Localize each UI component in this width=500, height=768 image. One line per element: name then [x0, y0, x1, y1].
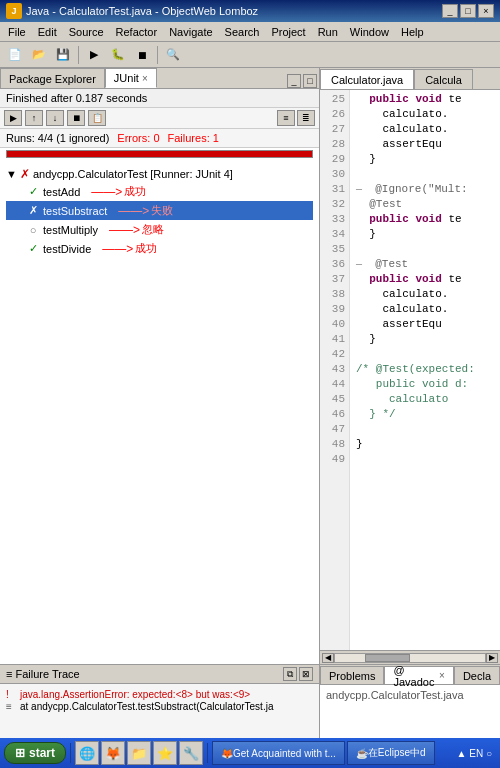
test-case-substract[interactable]: ✗ testSubstract ——> 失败	[6, 201, 313, 220]
menu-project[interactable]: Project	[265, 24, 311, 40]
menu-edit[interactable]: Edit	[32, 24, 63, 40]
junit-next-failure-btn[interactable]: ↓	[46, 110, 64, 126]
taskbar-ie-icon[interactable]: 🌐	[75, 741, 99, 765]
taskbar-extra-icon[interactable]: 🔧	[179, 741, 203, 765]
maximize-button[interactable]: □	[460, 4, 476, 18]
tab-javadoc[interactable]: @ Javadoc ×	[384, 666, 453, 684]
failures-value: 1	[213, 132, 219, 144]
scroll-thumb[interactable]	[365, 654, 410, 662]
menu-navigate[interactable]: Navigate	[163, 24, 218, 40]
taskbar-star-icon[interactable]: ⭐	[153, 741, 177, 765]
fail-icon-substract: ✗	[26, 204, 40, 218]
suite-name: andycpp.CalculatorTest [Runner: JUnit 4]	[33, 168, 233, 180]
declarations-label: Decla	[463, 670, 491, 682]
trace-btn-1[interactable]: ⧉	[283, 667, 297, 681]
tab-junit[interactable]: JUnit ×	[105, 68, 157, 88]
code-30	[356, 167, 494, 182]
code-41: }	[356, 332, 494, 347]
right-panel: Calculator.java Calcula 25 26 27 28 29 3…	[320, 68, 500, 744]
test-case-divide[interactable]: ✓ testDivide ——> 成功	[6, 239, 313, 258]
minimize-button[interactable]: _	[442, 4, 458, 18]
scroll-left-btn[interactable]: ◀	[322, 653, 334, 663]
code-content[interactable]: public void te calculato. calculato. ass…	[350, 90, 500, 650]
taskbar-firefox-icon[interactable]: 🦊	[101, 741, 125, 765]
junit-collapse-btn[interactable]: ≡	[277, 110, 295, 126]
code-38: calculato.	[356, 287, 494, 302]
package-explorer-label: Package Explorer	[9, 73, 96, 85]
code-36: — @Test	[356, 257, 494, 272]
ln-35: 35	[324, 242, 345, 257]
tab-problems[interactable]: Problems	[320, 666, 384, 684]
junit-rerun-btn[interactable]: ▶	[4, 110, 22, 126]
menu-refactor[interactable]: Refactor	[110, 24, 164, 40]
test-case-add[interactable]: ✓ testAdd ——> 成功	[6, 182, 313, 201]
test-suite-header[interactable]: ▼ ✗ andycpp.CalculatorTest [Runner: JUni…	[6, 166, 313, 182]
toolbar-search[interactable]: 🔍	[162, 45, 184, 65]
taskbar-folder-icon[interactable]: 📁	[127, 741, 151, 765]
ln-33: 33	[324, 212, 345, 227]
panel-minimize-btn[interactable]: _	[287, 74, 301, 88]
junit-tab-close[interactable]: ×	[142, 73, 148, 84]
tab-declarations[interactable]: Decla	[454, 666, 500, 684]
taskbar-separator	[70, 743, 71, 763]
menu-window[interactable]: Window	[344, 24, 395, 40]
substract-result: ——> 失败	[118, 203, 173, 218]
editor-tab-calculator[interactable]: Calculator.java	[320, 69, 414, 89]
junit-status: Finished after 0.187 seconds	[6, 92, 147, 104]
ln-25: 25	[324, 92, 345, 107]
ln-45: 45	[324, 392, 345, 407]
ln-46: 46	[324, 407, 345, 422]
test-suite: ▼ ✗ andycpp.CalculatorTest [Runner: JUni…	[0, 164, 319, 260]
ln-29: 29	[324, 152, 345, 167]
junit-expand-btn[interactable]: ≣	[297, 110, 315, 126]
runs-label: Runs: 4/4 (1 ignored)	[6, 132, 109, 144]
editor-tab-calcula[interactable]: Calcula	[414, 69, 473, 89]
bottom-tabs: Problems @ Javadoc × Decla	[320, 665, 500, 685]
toolbar-stop[interactable]: ⏹	[131, 45, 153, 65]
multiply-label: 忽略	[142, 222, 164, 237]
javadoc-close[interactable]: ×	[439, 670, 445, 681]
trace-btn-2[interactable]: ⊠	[299, 667, 313, 681]
scroll-right-btn[interactable]: ▶	[486, 653, 498, 663]
test-case-multiply[interactable]: ○ testMultiply ——> 忽略	[6, 220, 313, 239]
javadoc-content: andycpp.CalculatorTest.java	[326, 689, 464, 701]
junit-panel: Finished after 0.187 seconds ▶ ↑ ↓ ⏹ 📋 ≡…	[0, 89, 319, 744]
menu-run[interactable]: Run	[312, 24, 344, 40]
ln-36: 36	[324, 257, 345, 272]
menu-search[interactable]: Search	[219, 24, 266, 40]
junit-stop-btn[interactable]: ⏹	[67, 110, 85, 126]
panel-controls: _ □	[287, 74, 319, 88]
app-icon: J	[6, 3, 22, 19]
ln-31: 31	[324, 182, 345, 197]
toolbar-debug[interactable]: 🐛	[107, 45, 129, 65]
menu-bar: File Edit Source Refactor Navigate Searc…	[0, 22, 500, 42]
errors-label: Errors:	[117, 132, 150, 144]
time-display: ▲ EN ○	[453, 748, 496, 759]
junit-history-btn[interactable]: 📋	[88, 110, 106, 126]
bottom-content: andycpp.CalculatorTest.java	[320, 685, 500, 705]
code-scrollbar[interactable]: ◀ ▶	[320, 650, 500, 664]
toolbar-new[interactable]: 📄	[4, 45, 26, 65]
start-button[interactable]: ⊞ start	[4, 742, 66, 764]
toolbar-open[interactable]: 📂	[28, 45, 50, 65]
ln-38: 38	[324, 287, 345, 302]
menu-source[interactable]: Source	[63, 24, 110, 40]
junit-progress-bar	[6, 150, 313, 158]
divide-label: 成功	[135, 241, 157, 256]
taskbar-window-2-label: 在Eclipse中d	[368, 746, 426, 760]
toolbar-run[interactable]: ▶	[83, 45, 105, 65]
editor-tab-calc-label: Calculator.java	[331, 74, 403, 86]
ln-39: 39	[324, 302, 345, 317]
junit-prev-failure-btn[interactable]: ↑	[25, 110, 43, 126]
taskbar-window-1[interactable]: 🦊 Get Acquainted with t...	[212, 741, 345, 765]
taskbar-window-2[interactable]: ☕ 在Eclipse中d	[347, 741, 435, 765]
panel-maximize-btn[interactable]: □	[303, 74, 317, 88]
menu-file[interactable]: File	[2, 24, 32, 40]
code-46: } */	[356, 407, 494, 422]
menu-help[interactable]: Help	[395, 24, 430, 40]
close-button[interactable]: ×	[478, 4, 494, 18]
ln-44: 44	[324, 377, 345, 392]
scroll-track[interactable]	[334, 653, 486, 663]
toolbar-save[interactable]: 💾	[52, 45, 74, 65]
tab-package-explorer[interactable]: Package Explorer	[0, 68, 105, 88]
